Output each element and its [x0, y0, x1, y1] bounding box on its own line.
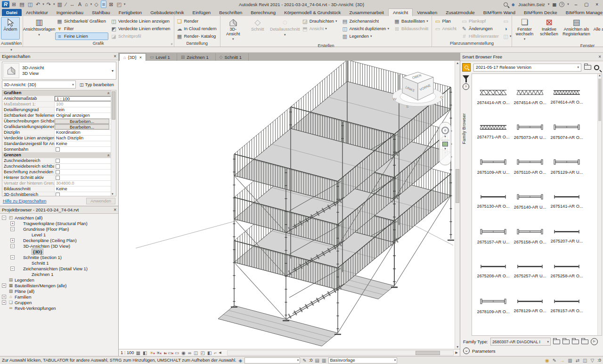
minimize-button[interactable]: – [572, 2, 580, 7]
view-control-icon[interactable]: ◧ [143, 350, 147, 356]
view-selector-combo[interactable]: 3D-Ansicht: {3D}▾ [2, 81, 76, 89]
view-tab[interactable]: ▤ Zeichnen 1 [177, 53, 216, 61]
model-canvas[interactable]: W S O OBEN LINKS VORNE ◦ ▾ ▾ ◦ [119, 61, 460, 349]
ribbon-tab[interactable]: Gebäudetechnik [146, 9, 188, 16]
undo-icon[interactable]: ↶ [35, 1, 41, 8]
family-item[interactable]: 2674771-AR O... [475, 114, 512, 149]
tree-expander-icon[interactable] [19, 233, 23, 237]
legends-button[interactable]: ▥Legenden ▾ [341, 32, 392, 40]
tree-expander-icon[interactable]: − [10, 227, 15, 231]
undo-caret-icon[interactable]: ▾ [42, 2, 44, 6]
thin-lines-button[interactable]: ≡Feine Linien [55, 32, 108, 40]
status-right-icon[interactable]: ◉ [545, 358, 549, 363]
view-tab[interactable]: ⌂ {3D} × [119, 53, 146, 61]
folder-info-icon[interactable] [581, 340, 588, 344]
3d-view-button[interactable]: 3D- Ansicht▾ [221, 17, 245, 43]
qat-customize-caret-icon[interactable]: ▾ [124, 2, 126, 6]
load-all-icon[interactable] [572, 340, 579, 344]
status-right-icon[interactable]: ▥ [568, 358, 572, 363]
type-caret-icon[interactable]: ▾ [112, 69, 115, 73]
tree-item[interactable]: ∞ Revit-Verknüpfungen [0, 305, 118, 311]
tree-expander-icon[interactable]: − [2, 216, 6, 220]
property-row[interactable]: Ansichtsmaßstab 1 : 100 [2, 96, 116, 102]
type-selector[interactable]: 3D-Ansicht3D View ▾ [2, 62, 116, 80]
view-control-icon[interactable]: ☀ [149, 350, 154, 356]
design-option-input[interactable]: ▾ [244, 357, 300, 364]
search-icon[interactable] [504, 2, 508, 7]
status-right-icon[interactable]: ◫ [583, 358, 587, 363]
property-row[interactable]: Grafiken [2, 90, 116, 96]
tree-expander-icon[interactable]: + [10, 238, 15, 243]
editable-only-icon[interactable]: ✎ [302, 358, 306, 363]
property-row[interactable]: Standardanzeigestil für Analyse Keine [2, 141, 116, 147]
tree-item[interactable]: Zeichnen 1 [0, 271, 118, 277]
properties-scrollbar[interactable]: ▾ [111, 90, 116, 196]
version-combo[interactable]: 2021-05-17 Release Version▾ [473, 64, 581, 72]
filter-status-icon[interactable]: ▽ [591, 358, 595, 363]
status-pin-icon[interactable]: ◈ [239, 358, 243, 363]
show-hidden-lines-button[interactable]: ◫Verdeckte Linien anzeigen [109, 17, 173, 25]
thin-lines-icon[interactable]: ≡ [101, 0, 106, 8]
family-item[interactable]: 2675157-AR U... [475, 219, 512, 254]
close-button[interactable]: × [593, 2, 601, 7]
tree-expander-icon[interactable] [19, 261, 23, 265]
modify-button[interactable]: Ändern [1, 17, 20, 40]
section-icon[interactable]: ◇ [93, 1, 99, 8]
property-row[interactable]: Sichtbarkeit der Teilelemente Original a… [2, 113, 116, 119]
view-control-icon[interactable]: ∞ [188, 350, 191, 356]
status-right-icon[interactable]: ✎ [553, 358, 556, 363]
parameters-label[interactable]: Parameters [472, 348, 496, 354]
property-row[interactable]: Maßstabswert 1: 100 [2, 102, 116, 107]
tree-expander-icon[interactable]: − [10, 267, 15, 271]
property-row[interactable]: Disziplin Koordination [2, 130, 116, 136]
tree-item[interactable]: Schnitt 1 [0, 260, 118, 266]
smart-browser-close-icon[interactable]: × [598, 54, 601, 59]
default-3d-view-icon[interactable]: ⌂ [84, 1, 89, 8]
place-family-icon[interactable]: ▹ [591, 338, 598, 345]
ribbon-tab[interactable]: Stahlbau [88, 9, 114, 16]
sheet-button[interactable]: ▭Plan [433, 17, 459, 25]
tree-expander-icon[interactable] [19, 272, 23, 276]
tree-expander-icon[interactable]: + [10, 221, 15, 226]
property-row[interactable]: 3D-Schnittbereich [2, 192, 116, 196]
signed-in-user[interactable]: Joachim.Seiz [518, 2, 545, 7]
family-item[interactable]: 2675073-AR U... [512, 114, 548, 149]
filter-funnel-icon[interactable] [463, 75, 469, 80]
family-type-combo[interactable]: 2680307-AR DIAGONAL I▾ [490, 338, 551, 346]
family-item[interactable]: 2675158-AR O... [512, 219, 548, 254]
ribbon-tab[interactable]: Verwalten [413, 9, 441, 16]
ribbon-tab[interactable]: Architektur [22, 9, 52, 16]
tree-expander-icon[interactable]: − [10, 255, 15, 259]
ribbon-tab[interactable]: Datei [2, 9, 22, 16]
project-browser-close-icon[interactable]: × [114, 207, 116, 212]
tree-expander-icon[interactable]: + [2, 300, 6, 305]
workset-icon[interactable]: ▤ [315, 358, 319, 363]
tree-expander-icon[interactable]: + [2, 283, 6, 288]
canvas-horizontal-scrollbar[interactable] [227, 350, 454, 356]
property-row[interactable]: Hinterer Schnitt aktiv [2, 175, 116, 181]
property-checkbox[interactable] [56, 170, 60, 174]
tree-item[interactable]: + ⌂ Familien [0, 294, 118, 299]
tree-item[interactable]: − 3D-Ansichten (3D View) [0, 243, 118, 249]
duplicate-view-button[interactable]: ◫Ansicht duplizieren ▾ [341, 25, 392, 32]
template-combo[interactable]: Basisvorlage▾ [328, 357, 397, 364]
view-control-icon[interactable]: ⌐ [214, 350, 217, 356]
family-grid-scrollbar[interactable]: ▲ [597, 74, 602, 335]
property-checkbox[interactable] [56, 147, 60, 152]
tree-expander-icon[interactable] [19, 250, 23, 254]
ribbon-tab[interactable]: Berechnung [246, 9, 280, 16]
family-item[interactable]: 2675207-AR U... [548, 219, 585, 254]
ribbon-tab[interactable]: BIM²form Manage [562, 9, 603, 16]
smart-browser-header[interactable]: Smart Browser Free × [460, 53, 603, 61]
family-item[interactable]: 2678157-AR O... [548, 289, 585, 324]
ribbon-tab[interactable]: Ansicht [388, 8, 413, 16]
property-row[interactable]: Bildausschnitt Keine [2, 186, 116, 192]
property-row[interactable]: Detaillierungsgrad Fein [2, 107, 116, 113]
tree-item[interactable]: + ▦ Bauteillisten/Mengen (alle) [0, 283, 118, 288]
family-item[interactable]: 2675129-AR U... [548, 149, 585, 184]
view-control-icon[interactable]: ◑ [163, 350, 165, 356]
switch-windows-icon[interactable]: ◰ [115, 1, 122, 8]
tree-expander-icon[interactable] [2, 289, 6, 293]
revit-logo-icon[interactable]: R [2, 1, 9, 8]
ribbon-tab[interactable]: BIM²form Wand [479, 9, 520, 16]
